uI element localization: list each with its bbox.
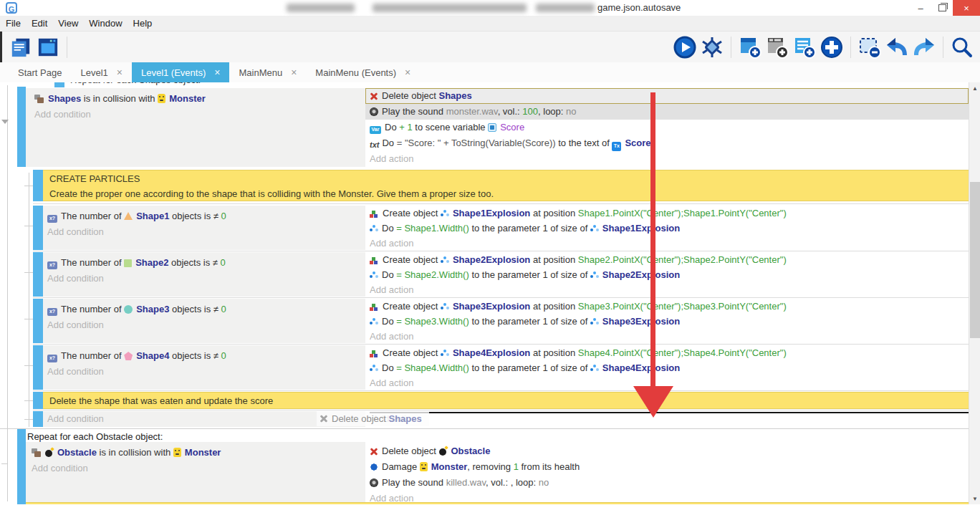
count-icon: [47, 308, 57, 316]
event-action[interactable]: Do = Shape2.Width() to the parameter 1 o…: [365, 267, 969, 282]
event-action[interactable]: Create object Shape2Explosion at positio…: [365, 252, 969, 267]
event-action[interactable]: Damage Monster, removing 1 from its heal…: [365, 459, 969, 475]
collapse-arrow-icon[interactable]: [1, 120, 9, 124]
event-action[interactable]: Do + 1 to scene variable Score: [365, 120, 969, 135]
tab-mainmenu-events[interactable]: MainMenu (Events)×: [306, 62, 420, 82]
event-action-selected[interactable]: Delete object Shapes: [365, 88, 969, 104]
conditions-panel: The number of Shape4 objects is ≠ 0 Add …: [43, 345, 365, 390]
scroll-down-icon[interactable]: ▼: [969, 493, 980, 504]
particle-icon: [370, 318, 378, 326]
comment-block[interactable]: CREATE PARTICLES Create the proper one a…: [43, 170, 969, 201]
vertical-scrollbar[interactable]: ▲ ▼: [969, 82, 980, 504]
start-page-button[interactable]: [36, 35, 60, 59]
event-condition[interactable]: The number of Shape2 objects is ≠ 0: [43, 255, 365, 271]
particle-icon: [441, 350, 449, 357]
event-condition[interactable]: The number of Shape3 objects is ≠ 0: [43, 302, 365, 317]
event-header[interactable]: Repeat for each Obstacle object:: [27, 431, 163, 442]
menu-edit[interactable]: Edit: [32, 18, 55, 29]
minimize-button[interactable]: –: [910, 0, 931, 16]
event-action[interactable]: Create object Shape4Explosion at positio…: [365, 345, 969, 360]
annotation-arrow-head: [633, 386, 673, 418]
bomb-icon: [45, 448, 54, 457]
event-condition[interactable]: Shapes is in collision with Monster: [26, 91, 365, 107]
search-button[interactable]: [950, 35, 974, 59]
restore-button[interactable]: [931, 0, 953, 16]
titlebar: G game.json.autosave – ×: [0, 0, 980, 16]
event-action[interactable]: Play the sound killed.wav, vol.: , loop:…: [365, 475, 969, 491]
tab-mainmenu[interactable]: MainMenu×: [229, 62, 306, 82]
collision-icon: [32, 448, 42, 457]
annotation-arrow: [650, 92, 655, 388]
tab-level1[interactable]: Level1×: [71, 62, 132, 82]
toolbar-separator: [731, 37, 731, 58]
scroll-up-icon[interactable]: ▲: [969, 82, 980, 94]
remove-selection-button[interactable]: [858, 35, 882, 59]
count-icon: [47, 215, 57, 223]
event-action[interactable]: Play the sound monster.wav, vol.: 100, l…: [365, 104, 969, 120]
menu-view[interactable]: View: [58, 18, 86, 29]
event-header-clipped[interactable]: Repeat for each Shapes object:: [0, 82, 969, 87]
event-bar[interactable]: [33, 411, 43, 427]
menu-window[interactable]: Window: [89, 18, 130, 29]
menu-file[interactable]: File: [6, 18, 29, 29]
add-new-button[interactable]: [820, 35, 844, 59]
event-bar[interactable]: [33, 252, 43, 297]
add-condition-link[interactable]: Add condition: [26, 461, 365, 476]
actions-panel: Delete object Obstacle Damage Monster, r…: [365, 442, 969, 502]
add-condition-link[interactable]: Add condition: [43, 224, 365, 240]
debug-button[interactable]: [700, 35, 724, 59]
add-condition-link[interactable]: Add condition: [43, 364, 365, 380]
comment-title: CREATE PARTICLES: [49, 171, 969, 186]
event-condition[interactable]: Obstacle is in collision with Monster: [26, 445, 365, 461]
restore-icon: [938, 4, 946, 11]
redo-button[interactable]: [912, 35, 936, 59]
event-bar[interactable]: [17, 87, 26, 167]
close-tab-icon[interactable]: ×: [405, 67, 410, 77]
tab-start-page[interactable]: Start Page: [9, 62, 71, 82]
event-action[interactable]: Do = Shape4.Width() to the parameter 1 o…: [365, 360, 969, 375]
add-condition-link[interactable]: Add condition: [43, 271, 365, 287]
shape4-icon: [124, 352, 133, 360]
event-action[interactable]: Delete object Obstacle: [365, 443, 969, 459]
undo-button[interactable]: [885, 35, 909, 59]
close-tab-icon[interactable]: ×: [117, 67, 123, 77]
event-action[interactable]: Do = Shape1.Width() to the parameter 1 o…: [365, 221, 969, 236]
event-action[interactable]: Create object Shape3Explosion at positio…: [365, 299, 969, 314]
tree-tick: [24, 400, 33, 401]
delete-icon: [370, 447, 378, 456]
close-button[interactable]: ×: [953, 0, 980, 16]
add-condition-link[interactable]: Add condition: [26, 107, 365, 122]
project-manager-button[interactable]: [9, 35, 33, 59]
add-action-link[interactable]: Add action: [365, 151, 969, 167]
add-action-link[interactable]: Add action: [365, 329, 969, 344]
scrollbar-thumb[interactable]: [970, 182, 980, 338]
event-condition[interactable]: The number of Shape4 objects is ≠ 0: [43, 348, 365, 364]
event-bar[interactable]: [33, 299, 43, 343]
close-tab-icon[interactable]: ×: [214, 67, 220, 77]
create-icon: [370, 256, 379, 264]
undo-icon: [885, 36, 908, 59]
comment-block[interactable]: Delete the shape that was eaten and upda…: [43, 392, 969, 409]
create-icon: [370, 209, 379, 218]
event-bar[interactable]: [33, 345, 43, 390]
separator: [33, 297, 969, 298]
event-condition[interactable]: The number of Shape1 objects is ≠ 0: [43, 208, 365, 224]
add-subevent-button[interactable]: [765, 35, 789, 59]
add-condition-link[interactable]: Add condition: [43, 317, 365, 333]
event-bar[interactable]: [33, 206, 43, 250]
add-action-link[interactable]: Add action: [365, 282, 969, 297]
particle-icon: [590, 365, 599, 372]
close-tab-icon[interactable]: ×: [291, 67, 297, 77]
tab-level1-events[interactable]: Level1 (Events)×: [132, 62, 230, 82]
play-button[interactable]: [673, 35, 697, 59]
bomb-icon: [439, 446, 448, 456]
event-action[interactable]: Create object Shape1Explosion at positio…: [365, 206, 969, 221]
menu-help[interactable]: Help: [133, 18, 160, 29]
add-event-button[interactable]: [738, 35, 762, 59]
add-comment-button[interactable]: [792, 35, 817, 59]
add-action-link[interactable]: Add action: [365, 236, 969, 251]
event-bar[interactable]: [17, 429, 26, 504]
event-action[interactable]: Do = "Score: " + ToString(Variable(Score…: [365, 135, 969, 151]
separator: [0, 428, 969, 429]
event-action[interactable]: Do = Shape3.Width() to the parameter 1 o…: [365, 314, 969, 329]
